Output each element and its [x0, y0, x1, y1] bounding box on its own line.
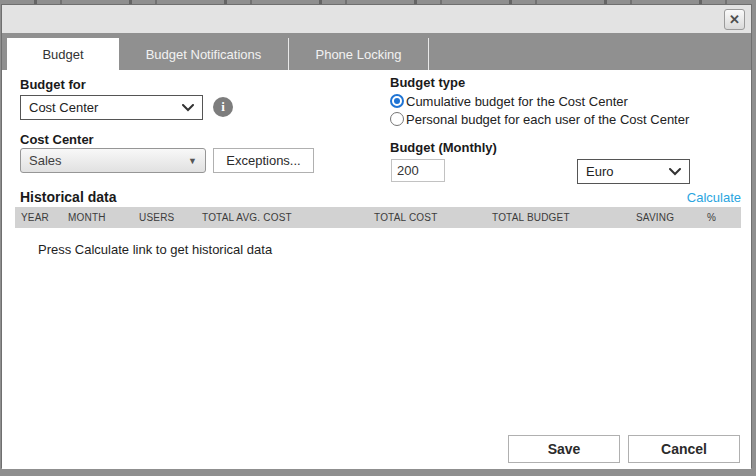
radio-unselected-icon[interactable] — [390, 112, 404, 126]
budget-for-value: Cost Center — [29, 100, 98, 115]
column-total-avg-cost: TOTAL AVG. COST — [202, 212, 374, 223]
budget-for-select[interactable]: Cost Center — [20, 95, 203, 120]
triangle-down-icon: ▼ — [188, 156, 197, 166]
column-percent: % — [707, 212, 716, 223]
column-total-cost: TOTAL COST — [374, 212, 492, 223]
historical-empty-message: Press Calculate link to get historical d… — [38, 242, 272, 257]
radio-cumulative-label: Cumulative budget for the Cost Center — [406, 94, 628, 109]
save-button[interactable]: Save — [508, 435, 620, 463]
radio-cumulative-budget[interactable]: Cumulative budget for the Cost Center — [390, 93, 628, 109]
currency-value: Euro — [586, 164, 613, 179]
budget-tab-panel: Budget for Cost Center i Cost Center Sal… — [2, 70, 751, 469]
historical-table-header: YEAR MONTH USERS TOTAL AVG. COST TOTAL C… — [15, 207, 741, 228]
close-icon[interactable]: ✕ — [724, 9, 745, 30]
column-saving: SAVING — [636, 212, 707, 223]
column-total-budget: TOTAL BUDGET — [492, 212, 636, 223]
chevron-down-icon — [669, 168, 681, 176]
cost-center-value: Sales — [29, 153, 62, 168]
column-users: USERS — [139, 212, 202, 223]
info-icon[interactable]: i — [213, 97, 233, 117]
exceptions-button[interactable]: Exceptions... — [213, 148, 314, 173]
tab-budget-notifications[interactable]: Budget Notifications — [119, 38, 289, 70]
radio-personal-budget[interactable]: Personal budget for each user of the Cos… — [390, 111, 689, 127]
calculate-link[interactable]: Calculate — [687, 190, 741, 205]
dialog-titlebar: ✕ — [2, 5, 751, 33]
budget-dialog: ✕ Budget Budget Notifications Phone Lock… — [1, 4, 752, 468]
radio-selected-icon[interactable] — [390, 94, 404, 108]
cost-center-select[interactable]: Sales ▼ — [20, 148, 206, 173]
radio-personal-label: Personal budget for each user of the Cos… — [406, 112, 689, 127]
tab-budget[interactable]: Budget — [7, 38, 119, 70]
chevron-down-icon — [182, 104, 194, 112]
cancel-button[interactable]: Cancel — [628, 435, 740, 463]
historical-data-title: Historical data — [20, 189, 116, 205]
budget-amount-input[interactable] — [391, 159, 445, 182]
budget-for-label: Budget for — [20, 77, 86, 92]
column-year: YEAR — [21, 212, 68, 223]
tab-bar: Budget Budget Notifications Phone Lockin… — [2, 33, 751, 70]
budget-monthly-label: Budget (Monthly) — [390, 140, 497, 155]
tab-phone-locking[interactable]: Phone Locking — [289, 38, 429, 70]
cost-center-label: Cost Center — [20, 132, 94, 147]
budget-type-label: Budget type — [390, 75, 465, 90]
column-month: MONTH — [68, 212, 139, 223]
currency-select[interactable]: Euro — [577, 159, 690, 184]
